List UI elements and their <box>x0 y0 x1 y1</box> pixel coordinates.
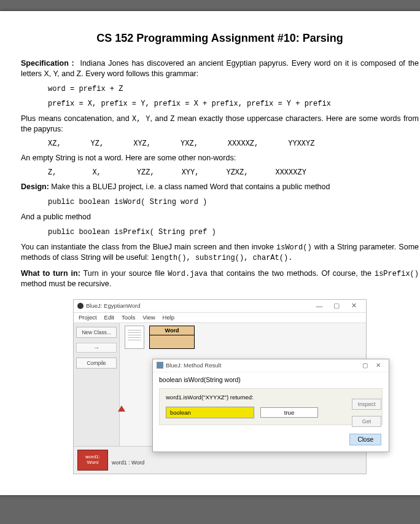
menu-help[interactable]: Help <box>163 314 175 321</box>
class-word[interactable]: Word <box>149 326 195 349</box>
turnin-paragraph: What to turn in: Turn in your source fil… <box>21 268 419 289</box>
non-words: Z, X, YZZ, XYY, YZXZ, XXXXXZY <box>48 168 419 177</box>
object-word1[interactable]: word1: Word <box>77 450 108 471</box>
get-button[interactable]: Get <box>352 416 381 427</box>
nonword-intro: An empty String is not a word. Here are … <box>21 153 419 163</box>
red-triangle-icon <box>118 405 125 412</box>
plus-explain: Plus means concatenation, and X, Y, and … <box>21 114 419 135</box>
bluej-window: BlueJ: EgyptianWord — ▢ ✕ Project Edit T… <box>73 299 367 474</box>
method-result-dialog: BlueJ: Method Result ▢ ✕ boolean isWord(… <box>152 359 389 452</box>
menu-project[interactable]: Project <box>79 314 97 321</box>
dialog-close-icon[interactable]: ✕ <box>371 362 385 369</box>
bluej-menubar: Project Edit Tools View Help <box>74 313 366 323</box>
grammar-line-1: word = prefix + Z <box>48 84 419 94</box>
page-title: CS 152 Programming Assignment #10: Parsi… <box>21 32 419 45</box>
dialog-maximize-icon[interactable]: ▢ <box>358 362 371 369</box>
menu-edit[interactable]: Edit <box>104 314 114 321</box>
dialog-signature: boolean isWord(String word) <box>153 372 389 386</box>
inspect-button[interactable]: Inspect <box>352 399 381 410</box>
dialog-logo-icon <box>157 362 163 369</box>
grammar-line-2: prefix = X, prefix = Y, prefix = X + pre… <box>48 99 419 109</box>
valid-words: XZ, YZ, XYZ, YXZ, XXXXXZ, YYXXYZ <box>48 139 419 148</box>
maximize-icon[interactable]: ▢ <box>328 302 345 310</box>
dialog-title: BlueJ: Method Result <box>166 362 221 369</box>
menu-view[interactable]: View <box>142 314 155 321</box>
dialog-panel: word1.isWord("XYYXZ") returned: boolean … <box>159 388 383 425</box>
bluej-logo-icon <box>77 303 84 309</box>
instantiate-paragraph: You can instantiate the class from the B… <box>21 242 419 263</box>
compile-button[interactable]: Compile <box>76 358 117 369</box>
dialog-returned-text: word1.isWord("XYYXZ") returned: <box>166 394 376 401</box>
result-value: true <box>260 407 318 418</box>
dependency-arrow-icon[interactable]: → <box>76 343 117 353</box>
result-type: boolean <box>166 407 254 418</box>
new-class-button[interactable]: New Class... <box>76 327 117 338</box>
close-icon[interactable]: ✕ <box>345 302 362 310</box>
close-button[interactable]: Close <box>349 434 381 445</box>
spec-paragraph: Specification : Indiana Jones has discov… <box>21 58 419 79</box>
bluej-window-title: BlueJ: EgyptianWord <box>86 302 141 309</box>
design-paragraph: Design: Make this a BLUEJ project, i.e. … <box>21 182 419 192</box>
readme-icon[interactable] <box>125 326 144 349</box>
bluej-titlebar: BlueJ: EgyptianWord — ▢ ✕ <box>74 300 366 313</box>
bluej-sidebar: New Class... → Compile <box>74 323 120 446</box>
bench-label: word1 : Word <box>112 459 144 466</box>
method-sig-isprefix: public boolean isPrefix( String pref ) <box>48 227 419 237</box>
menu-tools[interactable]: Tools <box>122 314 135 321</box>
dialog-titlebar: BlueJ: Method Result ▢ ✕ <box>153 359 389 372</box>
and-public-method: And a public method <box>21 212 419 222</box>
method-sig-isword: public boolean isWord( String word ) <box>48 197 419 207</box>
document-page: CS 152 Programming Assignment #10: Parsi… <box>0 11 420 495</box>
minimize-icon[interactable]: — <box>311 302 328 310</box>
